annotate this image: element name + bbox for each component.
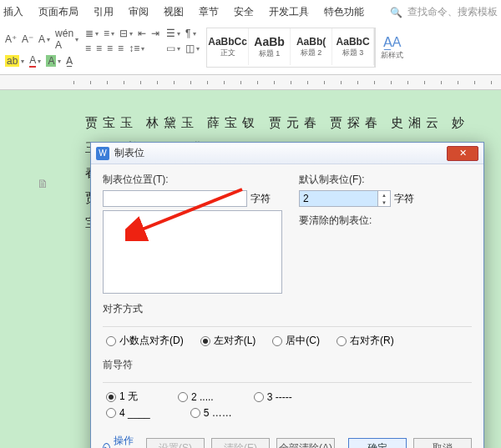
ribbon-toolbar: A⁺ A⁻ A▾ wénA▾ ab▾ A▾ A▾ A̲ ≣▾ ≡▾ ⊟▾ ⇤ ⇥… xyxy=(0,24,501,75)
search-hint: 查找命令、搜索模板 xyxy=(407,5,498,19)
tips-link[interactable]: ▸ 操作技巧 xyxy=(103,434,139,448)
style-h3[interactable]: AaBbC 标题 3 xyxy=(332,28,374,65)
ribbon-tabs: 插入 页面布局 引用 审阅 视图 章节 安全 开发工具 特色功能 🔍 查找命令、… xyxy=(0,0,501,24)
default-tab-label: 默认制表位(F): xyxy=(299,173,472,187)
new-style-button[interactable]: A̲A 新样式 xyxy=(375,28,408,68)
numbering-icon[interactable]: ≡▾ xyxy=(104,28,114,39)
shading-icon[interactable]: A▾ xyxy=(46,55,61,67)
font-case-icon[interactable]: A▾ xyxy=(38,33,50,45)
clear-button[interactable]: 清除(E) xyxy=(211,438,270,448)
leader-none-radio[interactable]: 1 无 xyxy=(106,390,138,404)
leader-dots-radio[interactable]: 2 ..... xyxy=(178,390,214,404)
line-spacing-icon[interactable]: ↕≡▾ xyxy=(129,43,144,54)
align-justify-icon[interactable]: ≡ xyxy=(118,43,124,54)
default-tab-value: 2 xyxy=(300,191,377,206)
spin-down-icon[interactable]: ▼ xyxy=(378,199,390,206)
tab-position-list[interactable] xyxy=(103,210,282,294)
unit-label: 字符 xyxy=(250,190,282,206)
spin-up-icon[interactable]: ▲ xyxy=(378,191,390,199)
tab-references[interactable]: 引用 xyxy=(94,5,114,19)
dialog-titlebar[interactable]: W 制表位 ✕ xyxy=(91,143,483,164)
unit-label: 字符 xyxy=(394,190,426,206)
indent-inc-icon[interactable]: ⇥ xyxy=(151,28,159,39)
new-style-icon: A̲A xyxy=(383,34,402,50)
fill-icon[interactable]: ◫▾ xyxy=(185,43,200,54)
multilevel-icon[interactable]: ⊟▾ xyxy=(119,28,133,39)
indent-dec-icon[interactable]: ⇤ xyxy=(138,28,146,39)
tab-chapter[interactable]: 章节 xyxy=(199,5,219,19)
symbol-icon[interactable]: ¶▾ xyxy=(185,28,195,39)
align-right-icon[interactable]: ≡ xyxy=(107,43,113,54)
style-normal[interactable]: AaBbCc 正文 xyxy=(207,28,249,65)
close-button[interactable]: ✕ xyxy=(447,146,478,161)
close-icon: ✕ xyxy=(459,148,467,159)
tab-devtools[interactable]: 开发工具 xyxy=(269,5,309,19)
style-h1[interactable]: AaBb 标题 1 xyxy=(249,28,291,65)
cancel-button[interactable]: 取消 xyxy=(413,438,472,448)
leader-ellipsis-radio[interactable]: 5 …… xyxy=(190,407,232,419)
align-center-icon[interactable]: ≡ xyxy=(96,43,102,54)
phonetic-icon[interactable]: wénA▾ xyxy=(55,28,78,51)
ruler[interactable] xyxy=(0,75,501,90)
align-center-radio[interactable]: 居中(C) xyxy=(272,334,320,348)
page-indicator-icon: 🗎 xyxy=(37,177,48,190)
tips-icon: ▸ xyxy=(103,443,110,449)
char-border-icon[interactable]: A̲ xyxy=(66,55,73,67)
leader-group-label: 前导符 xyxy=(103,358,472,372)
highlight-icon[interactable]: ab▾ xyxy=(5,55,24,67)
font-increase-icon[interactable]: A⁺ xyxy=(5,33,17,45)
tab-view[interactable]: 视图 xyxy=(164,5,184,19)
set-button[interactable]: 设置(S) xyxy=(146,438,205,448)
tab-position-label: 制表位位置(T): xyxy=(103,173,282,187)
style-gallery[interactable]: AaBbCc 正文 AaBb 标题 1 AaBb( 标题 2 AaBbC 标题 … xyxy=(206,28,375,68)
tab-review[interactable]: 审阅 xyxy=(129,5,149,19)
border-icon[interactable]: ▭▾ xyxy=(166,43,180,54)
tab-special[interactable]: 特色功能 xyxy=(324,5,364,19)
tab-layout[interactable]: 页面布局 xyxy=(38,5,78,19)
text-direction-icon[interactable]: ☰▾ xyxy=(166,28,180,39)
align-left-icon[interactable]: ≡ xyxy=(85,43,91,54)
tabstop-dialog: W 制表位 ✕ 制表位位置(T): 字符 默认制表位(F): 2 ▲▼ xyxy=(90,142,484,448)
leader-underscore-radio[interactable]: 4 ____ xyxy=(106,407,150,419)
tab-security[interactable]: 安全 xyxy=(234,5,254,19)
leader-dash-radio[interactable]: 3 ----- xyxy=(254,390,292,404)
tab-position-input[interactable] xyxy=(103,190,247,207)
align-right-radio[interactable]: 右对齐(R) xyxy=(337,334,394,348)
style-h2[interactable]: AaBb( 标题 2 xyxy=(291,28,332,65)
align-decimal-radio[interactable]: 小数点对齐(D) xyxy=(106,334,184,348)
search-icon: 🔍 xyxy=(390,7,402,18)
clear-tabs-label: 要清除的制表位: xyxy=(299,214,472,228)
dialog-title: 制表位 xyxy=(114,146,144,160)
font-decrease-icon[interactable]: A⁻ xyxy=(22,33,33,45)
ok-button[interactable]: 确定 xyxy=(348,438,407,448)
app-logo-icon: W xyxy=(96,147,109,160)
align-left-radio[interactable]: 左对齐(L) xyxy=(200,334,256,348)
font-color-icon[interactable]: A▾ xyxy=(29,54,41,68)
tab-insert[interactable]: 插入 xyxy=(3,5,23,19)
alignment-group-label: 对齐方式 xyxy=(103,302,472,316)
ribbon-search[interactable]: 🔍 查找命令、搜索模板 xyxy=(390,5,498,19)
bullets-icon[interactable]: ≣▾ xyxy=(85,28,99,39)
clear-all-button[interactable]: 全部清除(A) xyxy=(276,438,335,448)
default-tab-spinner[interactable]: 2 ▲▼ xyxy=(299,190,391,207)
